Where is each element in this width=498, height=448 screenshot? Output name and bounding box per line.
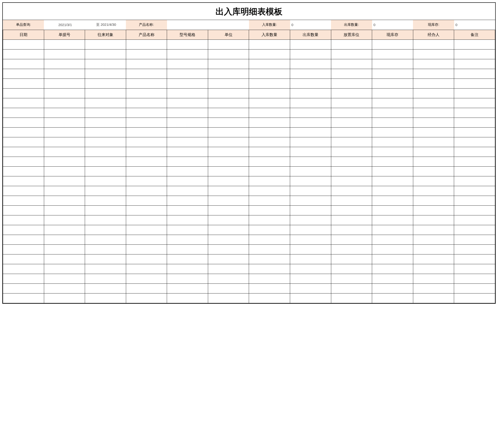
table-cell[interactable]	[290, 176, 331, 186]
table-cell[interactable]	[249, 205, 290, 215]
table-cell[interactable]	[372, 49, 413, 59]
table-cell[interactable]	[331, 157, 372, 166]
table-cell[interactable]	[85, 108, 126, 118]
table-cell[interactable]	[126, 118, 167, 127]
table-cell[interactable]	[208, 118, 249, 127]
table-cell[interactable]	[372, 205, 413, 215]
table-cell[interactable]	[454, 69, 495, 79]
table-cell[interactable]	[454, 225, 495, 235]
table-cell[interactable]	[454, 98, 495, 108]
table-cell[interactable]	[208, 205, 249, 215]
table-cell[interactable]	[44, 166, 85, 176]
table-cell[interactable]	[3, 127, 44, 137]
table-cell[interactable]	[331, 225, 372, 235]
table-cell[interactable]	[454, 176, 495, 186]
table-cell[interactable]	[454, 88, 495, 98]
table-cell[interactable]	[331, 166, 372, 176]
table-cell[interactable]	[413, 108, 454, 118]
table-cell[interactable]	[372, 293, 413, 303]
table-cell[interactable]	[331, 59, 372, 69]
table-cell[interactable]	[126, 215, 167, 225]
table-cell[interactable]	[290, 157, 331, 166]
table-cell[interactable]	[3, 244, 44, 254]
table-cell[interactable]	[3, 137, 44, 147]
table-cell[interactable]	[249, 254, 290, 264]
table-cell[interactable]	[167, 157, 208, 166]
table-cell[interactable]	[372, 137, 413, 147]
table-cell[interactable]	[85, 98, 126, 108]
table-cell[interactable]	[413, 186, 454, 196]
table-cell[interactable]	[454, 147, 495, 157]
table-cell[interactable]	[413, 39, 454, 49]
table-cell[interactable]	[249, 69, 290, 79]
table-cell[interactable]	[413, 98, 454, 108]
table-cell[interactable]	[44, 98, 85, 108]
table-cell[interactable]	[249, 98, 290, 108]
table-cell[interactable]	[249, 186, 290, 196]
table-cell[interactable]	[454, 39, 495, 49]
table-cell[interactable]	[3, 88, 44, 98]
table-cell[interactable]	[290, 284, 331, 293]
table-cell[interactable]	[413, 176, 454, 186]
table-cell[interactable]	[208, 59, 249, 69]
table-cell[interactable]	[331, 137, 372, 147]
table-cell[interactable]	[208, 196, 249, 205]
table-cell[interactable]	[167, 284, 208, 293]
table-cell[interactable]	[290, 215, 331, 225]
table-cell[interactable]	[372, 215, 413, 225]
table-cell[interactable]	[126, 98, 167, 108]
table-cell[interactable]	[3, 147, 44, 157]
table-cell[interactable]	[44, 88, 85, 98]
table-cell[interactable]	[454, 284, 495, 293]
table-cell[interactable]	[126, 196, 167, 205]
table-cell[interactable]	[44, 59, 85, 69]
table-cell[interactable]	[208, 186, 249, 196]
table-cell[interactable]	[167, 147, 208, 157]
table-cell[interactable]	[208, 108, 249, 118]
table-cell[interactable]	[3, 39, 44, 49]
table-cell[interactable]	[413, 88, 454, 98]
table-cell[interactable]	[372, 98, 413, 108]
table-cell[interactable]	[208, 254, 249, 264]
table-cell[interactable]	[290, 88, 331, 98]
table-cell[interactable]	[249, 49, 290, 59]
table-cell[interactable]	[126, 274, 167, 284]
table-cell[interactable]	[290, 39, 331, 49]
table-cell[interactable]	[413, 215, 454, 225]
table-cell[interactable]	[331, 235, 372, 244]
table-cell[interactable]	[331, 88, 372, 98]
table-cell[interactable]	[372, 196, 413, 205]
table-cell[interactable]	[331, 244, 372, 254]
table-cell[interactable]	[208, 79, 249, 88]
table-cell[interactable]	[372, 157, 413, 166]
table-cell[interactable]	[249, 274, 290, 284]
table-cell[interactable]	[249, 88, 290, 98]
table-cell[interactable]	[372, 235, 413, 244]
table-cell[interactable]	[413, 127, 454, 137]
table-cell[interactable]	[44, 39, 85, 49]
table-cell[interactable]	[167, 235, 208, 244]
table-cell[interactable]	[167, 205, 208, 215]
table-cell[interactable]	[372, 186, 413, 196]
table-cell[interactable]	[249, 59, 290, 69]
table-cell[interactable]	[413, 254, 454, 264]
table-cell[interactable]	[413, 49, 454, 59]
table-cell[interactable]	[454, 235, 495, 244]
table-cell[interactable]	[331, 293, 372, 303]
table-cell[interactable]	[44, 254, 85, 264]
table-cell[interactable]	[208, 127, 249, 137]
table-cell[interactable]	[126, 108, 167, 118]
table-cell[interactable]	[85, 79, 126, 88]
table-cell[interactable]	[85, 176, 126, 186]
table-cell[interactable]	[44, 49, 85, 59]
table-cell[interactable]	[3, 157, 44, 166]
table-cell[interactable]	[85, 293, 126, 303]
table-cell[interactable]	[249, 225, 290, 235]
table-cell[interactable]	[331, 98, 372, 108]
table-cell[interactable]	[167, 215, 208, 225]
table-cell[interactable]	[126, 166, 167, 176]
filter-product-name-value[interactable]	[167, 20, 249, 30]
table-cell[interactable]	[3, 284, 44, 293]
table-cell[interactable]	[44, 118, 85, 127]
table-cell[interactable]	[167, 254, 208, 264]
